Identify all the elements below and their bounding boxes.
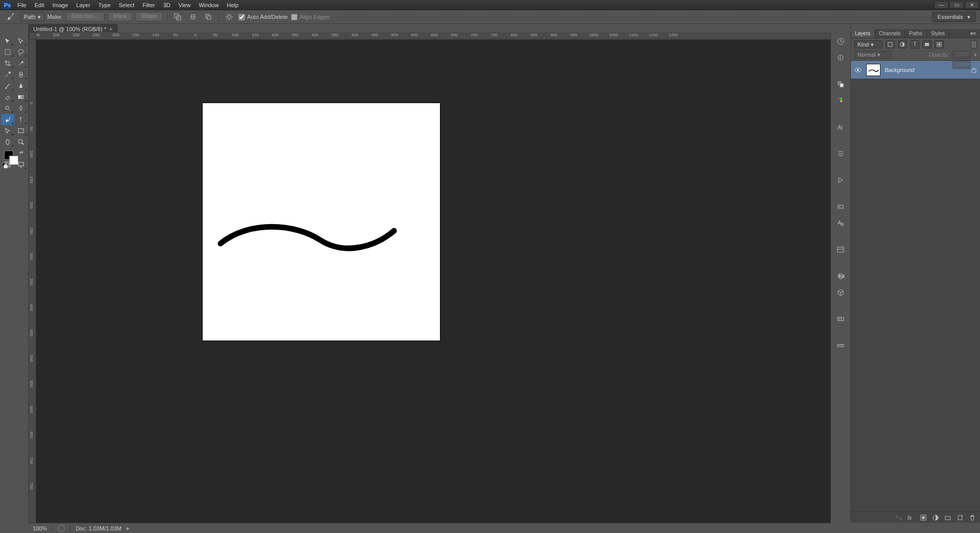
character-panel-icon[interactable]: A| [834, 121, 847, 133]
blend-mode-select[interactable]: Normal ▾ [854, 51, 892, 59]
layer-thumbnail[interactable] [866, 64, 880, 76]
path-selection-tool[interactable] [1, 125, 14, 136]
rectangle-tool[interactable] [14, 125, 28, 136]
libraries-panel-icon[interactable] [834, 244, 847, 256]
lock-icon[interactable] [971, 67, 977, 73]
quick-mask-tool[interactable] [1, 159, 14, 170]
group-icon[interactable] [943, 514, 952, 522]
magic-wand-tool[interactable] [14, 58, 28, 69]
pen-tool[interactable] [1, 114, 14, 125]
crop-tool[interactable] [1, 58, 14, 69]
menu-edit[interactable]: Edit [31, 0, 48, 10]
filter-type-icon[interactable]: T [910, 40, 919, 49]
opacity-input[interactable]: 100% [952, 51, 971, 59]
glyphs-panel-icon[interactable]: Aa [834, 217, 847, 229]
pen-mode-select[interactable]: Path ▾ [20, 12, 44, 21]
properties-panel-icon[interactable]: i [834, 52, 847, 64]
zoom-tool[interactable] [14, 136, 28, 148]
menu-view[interactable]: View [175, 0, 195, 10]
filter-smart-icon[interactable] [935, 40, 944, 49]
layer-list[interactable]: Background [851, 61, 980, 512]
menu-3d[interactable]: 3D [159, 0, 175, 10]
color-panel-icon[interactable] [834, 78, 847, 90]
chevron-down-icon[interactable]: ▾ [974, 52, 977, 58]
history-panel-icon[interactable] [834, 35, 847, 47]
canvas-workspace[interactable] [36, 40, 830, 523]
maximize-button[interactable]: ▭ [949, 1, 964, 9]
tab-layers[interactable]: Layers [851, 29, 875, 38]
layer-filter-select[interactable]: Kind ▾ [854, 40, 883, 49]
paragraph-panel-icon[interactable] [834, 148, 847, 160]
healing-brush-tool[interactable] [14, 69, 28, 80]
new-layer-icon[interactable] [955, 514, 965, 522]
make-selection-button[interactable]: Selection... [66, 12, 105, 21]
tab-channels[interactable]: Channels [875, 29, 905, 38]
menu-help[interactable]: Help [223, 0, 243, 10]
minimize-button[interactable]: — [934, 1, 948, 9]
clone-stamp-tool[interactable] [14, 80, 28, 91]
fx-icon[interactable]: fx [906, 514, 916, 522]
menu-layer[interactable]: Layer [72, 0, 94, 10]
eyedropper-tool[interactable] [1, 69, 14, 80]
brush-tool[interactable] [1, 80, 14, 91]
timeline-panel-icon[interactable] [834, 313, 847, 325]
type-tool[interactable]: T [14, 114, 28, 125]
screen-mode-tool[interactable] [14, 159, 28, 170]
3d-panel-icon[interactable] [834, 286, 847, 299]
fill-input[interactable]: 100% [952, 61, 971, 69]
path-align-icon[interactable] [187, 12, 199, 22]
swatches-panel-icon[interactable] [834, 94, 847, 107]
mask-icon[interactable] [919, 514, 928, 522]
align-edges-check[interactable]: Align Edges [291, 14, 330, 20]
auto-add-delete-checkbox[interactable] [238, 14, 245, 20]
layer-name[interactable]: Background [885, 67, 915, 73]
tab-paths[interactable]: Paths [905, 29, 927, 38]
ruler-horizontal[interactable]: 4003503002502001501005005010015020025030… [29, 32, 830, 40]
menu-select[interactable]: Select [115, 0, 139, 10]
blur-tool[interactable] [14, 103, 28, 114]
zoom-level[interactable]: 100% [33, 525, 47, 531]
gear-icon[interactable] [223, 12, 235, 22]
filter-toggle[interactable] [971, 40, 977, 49]
menu-filter[interactable]: Filter [138, 0, 159, 10]
hand-tool[interactable] [1, 136, 14, 148]
doc-info[interactable]: Doc: 1.03M/1.03M [76, 525, 121, 531]
ruler-vertical[interactable]: 0501001502002503003504004505005506006507… [29, 40, 36, 523]
document-tab[interactable]: Untitled-1 @ 100% (RGB/8) * × [29, 25, 117, 33]
kuler-panel-icon[interactable]: ku [834, 270, 847, 282]
artboard-tool[interactable] [14, 35, 28, 46]
measurement-panel-icon[interactable] [834, 340, 847, 352]
lasso-tool[interactable] [14, 46, 28, 58]
menu-window[interactable]: Window [194, 0, 223, 10]
menu-type[interactable]: Type [94, 0, 115, 10]
align-edges-checkbox[interactable] [291, 14, 298, 20]
ruler-origin[interactable] [29, 32, 36, 40]
make-shape-button[interactable]: Shape [135, 12, 163, 21]
menu-image[interactable]: Image [48, 0, 72, 10]
filter-adjustment-icon[interactable] [898, 40, 907, 49]
eraser-tool[interactable] [1, 91, 14, 103]
marquee-tool[interactable] [1, 46, 14, 58]
filter-pixel-icon[interactable] [886, 40, 895, 49]
canvas[interactable] [203, 103, 440, 341]
current-tool-icon[interactable] [4, 12, 17, 22]
filter-shape-icon[interactable] [922, 40, 932, 49]
panel-menu-icon[interactable]: ▾≡ [966, 29, 980, 38]
workspace-switcher[interactable]: Essentials ▾ [932, 12, 976, 22]
gradient-tool[interactable] [14, 91, 28, 103]
dodge-tool[interactable] [1, 103, 14, 114]
visibility-icon[interactable] [854, 66, 862, 74]
trash-icon[interactable] [968, 514, 977, 522]
actions-panel-icon[interactable] [834, 174, 847, 186]
tab-styles[interactable]: Styles [927, 29, 949, 38]
path-arrange-icon[interactable] [202, 12, 214, 22]
path-op-new-icon[interactable] [172, 12, 184, 22]
auto-add-delete-check[interactable]: Auto Add/Delete [238, 14, 288, 20]
expose-icon[interactable] [58, 525, 65, 532]
close-button[interactable]: ✕ [965, 1, 979, 9]
link-layers-icon[interactable] [894, 514, 903, 522]
menu-file[interactable]: File [13, 0, 31, 10]
close-tab-icon[interactable]: × [109, 26, 112, 32]
brush-panel-icon[interactable] [834, 201, 847, 213]
chevron-right-icon[interactable]: ▸ [127, 525, 130, 531]
